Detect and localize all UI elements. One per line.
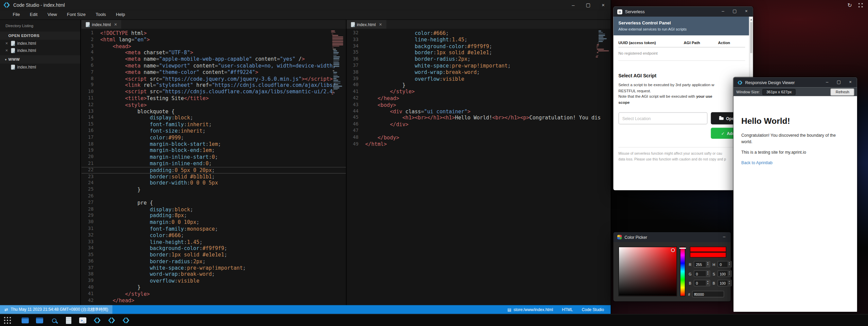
stepper-icon[interactable]: ▲▼ xyxy=(727,262,731,267)
code-text: <title>Testing Site</title> xyxy=(100,95,346,101)
refresh-icon[interactable]: ↻ xyxy=(847,2,852,8)
scroll-up-icon[interactable]: ▲ xyxy=(749,17,753,21)
search-app-icon[interactable] xyxy=(50,316,58,324)
minimize-button[interactable]: – xyxy=(720,9,726,14)
agi-script-location-input[interactable] xyxy=(618,112,707,124)
files-app-icon[interactable] xyxy=(21,316,29,324)
back-to-aprintlab-link[interactable]: Back to Aprintlab xyxy=(741,160,773,166)
sidebar-item-index.html[interactable]: ×index.html xyxy=(0,40,80,47)
apps-grid-icon[interactable] xyxy=(857,2,864,8)
terminal-app-icon[interactable]: >_ xyxy=(78,316,87,324)
sidebar-section-open-editors[interactable]: ▾OPEN EDITORS xyxy=(0,32,80,40)
maximize-button[interactable]: ▢ xyxy=(732,9,737,14)
minimize-button[interactable]: – xyxy=(566,0,581,10)
close-button[interactable]: × xyxy=(596,0,610,10)
menu-font-size[interactable]: Font Size xyxy=(62,12,90,17)
line-number: 36 xyxy=(82,258,100,265)
window-size-value[interactable]: 361px x 627px xyxy=(763,89,796,95)
minimize-button[interactable]: – xyxy=(824,80,830,84)
code-text: word-wrap:break-word; xyxy=(365,69,611,75)
saturation-value-field[interactable] xyxy=(618,247,677,296)
explorer-app-icon[interactable] xyxy=(35,316,43,324)
code-line-16: 16 font-size:inherit; xyxy=(82,128,346,134)
menu-help[interactable]: Help xyxy=(111,12,130,17)
menu-edit[interactable]: Edit xyxy=(25,12,42,17)
status-app-name[interactable]: Code Studio xyxy=(582,307,604,312)
stepper-icon[interactable]: ▲▼ xyxy=(706,280,710,286)
code-text: pre { xyxy=(100,199,346,206)
code-text: <meta name="apple-mobile-web-app-capable… xyxy=(100,56,346,62)
line-number: 43 xyxy=(346,101,365,108)
line-number: 31 xyxy=(82,226,100,232)
serverless-title-bar[interactable]: ⚙ Serverless – ▢ × xyxy=(614,7,753,17)
minimize-button[interactable]: – xyxy=(721,235,727,239)
code-area[interactable]: 1<!DOCTYPE html>2<html lang="en">3 <head… xyxy=(82,29,346,305)
line-number: 24 xyxy=(82,180,100,186)
stepper-icon[interactable]: ▲▼ xyxy=(706,271,710,276)
stepper-icon[interactable]: ▲▼ xyxy=(727,280,731,286)
code-line-42: 42 </head> xyxy=(82,297,346,304)
tab-close-icon[interactable]: × xyxy=(114,22,117,27)
field-input-G[interactable]: 0▲▼ xyxy=(694,270,710,277)
sidebar-section-www[interactable]: ▾WWW xyxy=(0,55,80,63)
hue-slider[interactable] xyxy=(680,247,685,296)
sidebar-item-index.html[interactable]: ×index.html xyxy=(0,63,80,71)
color-cursor-icon[interactable] xyxy=(671,248,675,252)
code-studio-icon-2[interactable] xyxy=(107,316,116,324)
code-area[interactable]: 32 color:#666;33 line-height:1.45;34 bac… xyxy=(346,29,610,305)
code-line-18: 18 margin-block-start:1em; xyxy=(82,141,346,147)
status-file-path[interactable]: ▤ store:/www/index.html xyxy=(508,307,553,312)
tab-index-html[interactable]: index.html× xyxy=(82,20,122,29)
code-line-38: 38 word-wrap:break-word; xyxy=(346,69,610,75)
stepper-icon[interactable]: ▲▼ xyxy=(727,271,731,276)
close-button[interactable]: × xyxy=(848,80,853,84)
code-studio-icon-3[interactable] xyxy=(122,316,130,324)
field-input-S[interactable]: 100▲▼ xyxy=(718,270,732,277)
app-launcher-button[interactable] xyxy=(0,314,14,326)
code-text: display:block; xyxy=(100,115,346,121)
maximize-button[interactable]: ▢ xyxy=(836,80,842,84)
menu-file[interactable]: File xyxy=(8,12,25,17)
tab-index-html[interactable]: index.html× xyxy=(346,20,386,29)
viewer-title-bar[interactable]: Responsive Design Viewer – ▢ × xyxy=(733,77,857,87)
close-icon[interactable]: × xyxy=(4,49,9,53)
maximize-button[interactable]: ▢ xyxy=(581,0,596,10)
code-text xyxy=(100,193,346,199)
launcher-grid-icon xyxy=(3,316,11,324)
status-language[interactable]: HTML xyxy=(562,307,573,312)
file-name: index.html xyxy=(17,41,36,46)
menu-view[interactable]: View xyxy=(42,12,62,17)
code-line-48: 48 </body> xyxy=(346,134,610,141)
code-line-37: 37 white-space:pre-wrap!important; xyxy=(346,62,610,69)
color-picker-title-bar[interactable]: Color Picker – xyxy=(614,232,731,242)
field-label-R: R xyxy=(688,262,692,266)
tab-bar: index.html× xyxy=(82,20,346,29)
field-input-B[interactable]: 100▲▼ xyxy=(718,280,732,287)
scrollbar-thumb[interactable] xyxy=(750,22,752,53)
code-line-40: 40 } xyxy=(82,284,346,291)
close-icon[interactable]: × xyxy=(4,41,9,45)
line-number: 47 xyxy=(346,128,365,134)
field-input-R[interactable]: 255▲▼ xyxy=(694,261,710,268)
hue-marker-icon[interactable] xyxy=(679,248,686,249)
menu-tools[interactable]: Tools xyxy=(91,12,111,17)
sidebar-item-index.html[interactable]: ×index.html xyxy=(0,47,80,54)
code-text: border:solid #b1b1b1; xyxy=(100,173,346,180)
code-text: <script src="https://cdnjs.cloudflare.co… xyxy=(100,89,346,95)
code-studio-icon-1[interactable] xyxy=(93,316,101,324)
code-text: <h1><br></h1><h1>Hello World!<br></h1><p… xyxy=(365,115,611,121)
code-text: line-height:1.45; xyxy=(100,238,346,245)
stepper-icon[interactable]: ▲▼ xyxy=(706,262,710,267)
minimap[interactable] xyxy=(331,31,344,95)
close-button[interactable]: × xyxy=(744,9,749,14)
field-input-B[interactable]: 0▲▼ xyxy=(694,280,710,287)
hex-input[interactable]: ff0000 xyxy=(692,291,724,298)
title-bar[interactable]: Code Studio - index.html – ▢ × xyxy=(0,0,610,10)
code-line-26: 26 xyxy=(82,193,346,199)
minimap[interactable] xyxy=(596,31,609,58)
status-datetime[interactable]: ⇄ Thu May 11 2023 21:54:48 GMT+0800 (台北標… xyxy=(0,305,112,314)
notes-app-icon[interactable] xyxy=(64,316,72,324)
field-input-H[interactable]: 0▲▼ xyxy=(718,261,732,268)
refresh-button[interactable]: Refresh xyxy=(831,88,854,95)
tab-close-icon[interactable]: × xyxy=(379,22,382,27)
